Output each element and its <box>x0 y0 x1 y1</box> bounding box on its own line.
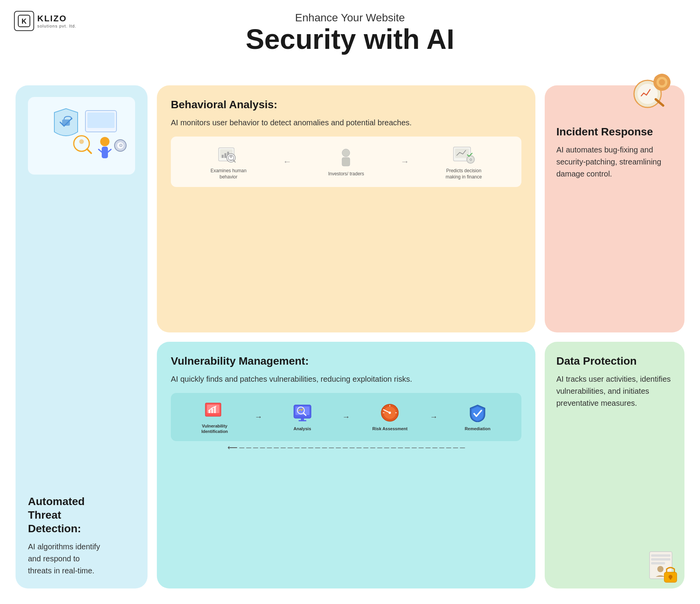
vuln-icon-4 <box>466 403 489 423</box>
svg-rect-6 <box>102 147 108 158</box>
svg-rect-61 <box>651 554 670 557</box>
vulnerability-title: Vulnerability Management: <box>171 354 521 368</box>
incident-text: AI automates bug-fixing and security-pat… <box>556 144 673 180</box>
diag-arrow-1: ← <box>283 157 292 167</box>
vuln-icon-2 <box>291 403 314 423</box>
svg-rect-17 <box>222 155 224 158</box>
svg-point-23 <box>230 156 232 158</box>
vuln-arrow-2: → <box>342 412 350 421</box>
svg-rect-18 <box>224 153 226 158</box>
threat-title: Automated Threat Detection: <box>28 495 135 535</box>
svg-rect-37 <box>661 74 663 77</box>
vuln-item-1: VulnerabilityIdentification <box>177 400 252 434</box>
vuln-arrow-3: → <box>430 412 438 421</box>
cards-container: ⚙ Automated Threat Detection: AI algorit… <box>16 85 684 588</box>
svg-point-56 <box>389 412 391 414</box>
vuln-item-4: Remediation <box>440 403 515 431</box>
svg-rect-67 <box>670 577 671 580</box>
data-text: AI tracks user activities, identifies vu… <box>556 373 673 409</box>
svg-rect-27 <box>455 149 469 158</box>
diag-icon-3: ⚙ <box>452 144 476 165</box>
svg-rect-4 <box>87 112 115 128</box>
diag-icon-2 <box>335 147 358 168</box>
diag-label-1: Examines humanbehavior <box>210 168 247 180</box>
incident-title: Incident Response <box>556 125 673 138</box>
card-data-protection: Data Protection AI tracks user activitie… <box>545 342 684 589</box>
svg-rect-40 <box>667 81 670 83</box>
svg-line-7 <box>99 149 102 152</box>
vuln-label-1: VulnerabilityIdentification <box>201 423 228 434</box>
vuln-label-4: Remediation <box>465 426 490 431</box>
threat-body: Automated Threat Detection: AI algorithm… <box>28 495 135 577</box>
card-incident: Incident Response AI automates bug-fixin… <box>545 85 684 332</box>
svg-line-10 <box>87 149 91 153</box>
diag-icon-1 <box>217 144 240 165</box>
page-header: Enhance Your Website Security with AI <box>0 12 700 55</box>
behavioral-text: AI monitors user behavior to detect anom… <box>171 117 521 129</box>
behavioral-diagram: Examines humanbehavior ← Investors/ trad… <box>171 137 521 187</box>
vuln-arrow-1: → <box>255 412 262 421</box>
svg-point-11 <box>79 139 84 144</box>
data-icon <box>646 550 677 581</box>
svg-rect-47 <box>214 407 216 413</box>
header-subtitle: Enhance Your Website <box>0 12 700 24</box>
svg-text:⚙: ⚙ <box>119 143 123 148</box>
svg-rect-2 <box>62 119 70 126</box>
svg-rect-53 <box>299 420 306 421</box>
incident-icon <box>630 74 673 112</box>
svg-rect-46 <box>211 408 213 413</box>
vuln-item-3: Risk Assessment <box>353 403 428 431</box>
card-vulnerability: Vulnerability Management: AI quickly fin… <box>157 342 535 589</box>
card-automated-threat: ⚙ Automated Threat Detection: AI algorit… <box>16 85 148 588</box>
svg-line-8 <box>108 149 111 152</box>
loop-arrow: ⟵ ─ ─ ─ ─ ─ ─ ─ ─ ─ ─ ─ ─ ─ ─ ─ ─ ─ ─ ─ … <box>171 443 521 452</box>
svg-point-24 <box>342 149 350 157</box>
vuln-label-2: Analysis <box>294 426 311 431</box>
data-title: Data Protection <box>556 354 673 368</box>
svg-point-5 <box>100 137 109 146</box>
diag-label-3: Predicts decisionmaking in finance <box>446 168 482 180</box>
diag-item-1: Examines humanbehavior <box>177 144 280 180</box>
diag-item-3: ⚙ Predicts decisionmaking in finance <box>412 144 515 180</box>
svg-rect-38 <box>661 88 663 91</box>
header-title: Security with AI <box>0 24 700 55</box>
svg-rect-25 <box>342 157 350 166</box>
vuln-label-3: Risk Assessment <box>372 426 408 431</box>
card-behavioral: Behavioral Analysis: AI monitors user be… <box>157 85 535 332</box>
vulnerability-diagram: VulnerabilityIdentification → <box>171 393 521 441</box>
svg-point-36 <box>659 79 665 85</box>
diag-arrow-2: → <box>401 157 409 167</box>
vuln-item-2: Analysis <box>265 403 340 431</box>
svg-text:⚙: ⚙ <box>469 157 472 162</box>
svg-rect-62 <box>651 558 670 561</box>
threat-illustration: ⚙ <box>28 97 135 175</box>
diag-item-2: Investors/ traders <box>295 147 398 177</box>
svg-rect-39 <box>653 81 657 83</box>
behavioral-title: Behavioral Analysis: <box>171 98 521 111</box>
vuln-icon-3 <box>379 403 401 423</box>
vulnerability-text: AI quickly finds and patches vulnerabili… <box>171 373 521 385</box>
svg-rect-63 <box>651 562 665 564</box>
svg-point-64 <box>657 566 664 572</box>
vuln-icon-1 <box>203 400 226 420</box>
diag-label-2: Investors/ traders <box>328 171 364 177</box>
threat-text: AI algorithms identify and respond to th… <box>28 541 135 577</box>
